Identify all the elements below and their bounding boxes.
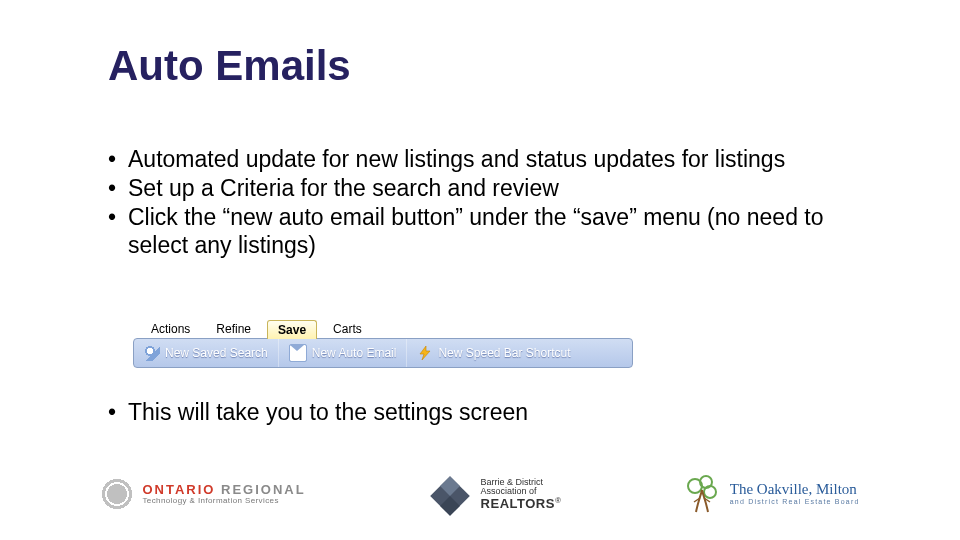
tab-refine[interactable]: Refine (206, 320, 261, 338)
tab-row: Actions Refine Save Carts (133, 320, 633, 338)
tab-actions[interactable]: Actions (141, 320, 200, 338)
button-row: New Saved Search New Auto Email New Spee… (133, 338, 633, 368)
list-item: Set up a Criteria for the search and rev… (108, 174, 848, 203)
logo-text: The Oakville, Milton (730, 482, 860, 498)
list-item: This will take you to the settings scree… (108, 398, 848, 427)
email-icon (289, 344, 307, 362)
new-auto-email-button[interactable]: New Auto Email (279, 339, 408, 367)
tree-icon (682, 472, 722, 516)
tab-carts[interactable]: Carts (323, 320, 372, 338)
slide: Auto Emails Automated update for new lis… (0, 0, 960, 540)
logo-subtext: Technology & Information Services (142, 497, 305, 505)
bullet-list-after: This will take you to the settings scree… (108, 398, 848, 427)
button-label: New Auto Email (312, 346, 397, 360)
search-icon (144, 345, 160, 361)
logo-barrie-district: Barrie & District Association of REALTOR… (427, 471, 561, 517)
logo-oakville-milton: The Oakville, Milton and District Real E… (682, 472, 860, 516)
tab-save[interactable]: Save (267, 320, 317, 339)
svg-point-6 (704, 486, 716, 498)
footer-logos: ONTARIO REGIONAL Technology & Informatio… (0, 458, 960, 530)
new-speed-bar-shortcut-button[interactable]: New Speed Bar Shortcut (407, 339, 580, 367)
new-saved-search-button[interactable]: New Saved Search (134, 339, 279, 367)
bolt-icon (417, 345, 433, 361)
diamond-icon (427, 471, 473, 517)
logo-text: ONTARIO REGIONAL (142, 483, 305, 497)
toolbar-screenshot: Actions Refine Save Carts New Saved Sear… (133, 320, 633, 368)
button-label: New Speed Bar Shortcut (438, 346, 570, 360)
list-item: Click the “new auto email button” under … (108, 203, 848, 261)
page-title: Auto Emails (108, 42, 351, 90)
list-item: Automated update for new listings and st… (108, 145, 848, 174)
svg-marker-0 (420, 346, 430, 360)
logo-text: REALTORS® (481, 497, 561, 511)
globe-icon (100, 477, 134, 511)
logo-ontario-regional: ONTARIO REGIONAL Technology & Informatio… (100, 477, 305, 511)
button-label: New Saved Search (165, 346, 268, 360)
bullet-list: Automated update for new listings and st… (108, 145, 848, 260)
logo-subtext: and District Real Estate Board (730, 498, 860, 505)
